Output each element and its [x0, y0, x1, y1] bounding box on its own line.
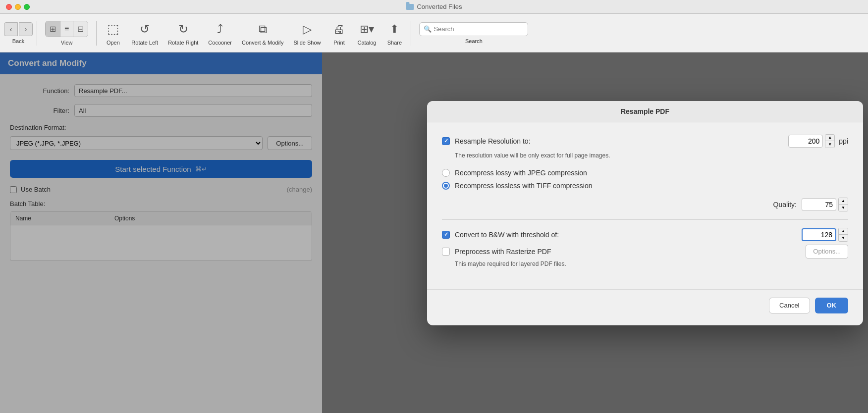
search-icon: 🔍 [424, 25, 432, 33]
lossy-radio[interactable] [442, 169, 450, 177]
title-bar: Converted Files [0, 0, 868, 14]
window-title: Converted Files [406, 3, 462, 10]
dialog-footer: Cancel OK [427, 289, 863, 325]
preprocess-info-text: This maybe required for layered PDF file… [455, 260, 848, 267]
resample-resolution-row: Resample Resolution to: ▲ ▼ ppi [442, 134, 848, 148]
filmstrip-view-icon: ⊟ [73, 21, 88, 37]
folder-icon [406, 4, 414, 10]
rotate-left-label: Rotate Left [131, 40, 158, 46]
cocooner-button[interactable]: ⤴ Cocooner [204, 19, 236, 48]
convert-modify-label: Convert & Modify [242, 40, 283, 46]
lossless-radio-row: Recompress lossless with TIFF compressio… [442, 182, 848, 190]
quality-input[interactable] [802, 198, 836, 211]
resample-resolution-input[interactable] [788, 135, 823, 148]
resample-pdf-dialog: Resample PDF Resample Resolution to: ▲ ▼… [427, 101, 863, 325]
resample-info-text: The resolution value will be only exact … [455, 152, 848, 159]
resample-resolution-arrows: ▲ ▼ [825, 134, 835, 148]
share-label: Share [387, 40, 402, 46]
print-label: Print [333, 40, 345, 46]
search-input[interactable] [434, 25, 524, 33]
resample-resolution-label: Resample Resolution to: [455, 137, 788, 145]
forward-button[interactable]: › [19, 22, 33, 36]
share-icon: ⬆ [390, 21, 399, 38]
separator-1 [37, 21, 37, 46]
bw-up-arrow[interactable]: ▲ [839, 228, 848, 235]
quality-down-arrow[interactable]: ▼ [839, 205, 848, 211]
lossless-radio[interactable] [442, 182, 450, 190]
view-icon: ⊞ ≡ ⊟ [45, 21, 88, 38]
divider [442, 219, 848, 220]
slide-show-button[interactable]: ▷ Slide Show [289, 19, 325, 48]
convert-bw-label: Convert to B&W with threshold of: [455, 231, 802, 239]
ok-button[interactable]: OK [815, 298, 849, 313]
cocooner-icon: ⤴ [217, 21, 223, 38]
back-button[interactable]: ‹ [4, 22, 18, 36]
lossy-radio-row: Recompress lossy with JPEG compression [442, 169, 848, 177]
rotate-right-button[interactable]: ↻ Rotate Right [164, 19, 202, 48]
catalog-label: Catalog [357, 40, 376, 46]
back-label: Back [12, 38, 24, 44]
open-button[interactable]: ⬚ Open [101, 19, 125, 48]
nav-buttons: ‹ › [4, 22, 33, 36]
preprocess-options-button[interactable]: Options... [806, 245, 848, 258]
catalog-icon: ⊞▾ [360, 21, 374, 38]
open-icon: ⬚ [107, 21, 119, 38]
share-button[interactable]: ⬆ Share [382, 19, 407, 48]
separator-2 [96, 21, 97, 46]
maximize-button[interactable] [24, 4, 30, 10]
print-button[interactable]: 🖨 Print [326, 19, 351, 48]
main-area: Convert and Modify Function: Filter: Des… [0, 52, 868, 413]
bw-down-arrow[interactable]: ▼ [839, 235, 848, 241]
print-icon: 🖨 [333, 21, 345, 38]
minimize-button[interactable] [15, 4, 21, 10]
cancel-button[interactable]: Cancel [769, 298, 810, 313]
quality-row: Quality: ▲ ▼ [442, 198, 848, 211]
bw-threshold-input[interactable] [802, 228, 836, 241]
convert-bw-checkbox[interactable] [442, 231, 450, 239]
resample-down-arrow[interactable]: ▼ [825, 141, 834, 148]
rotate-right-icon: ↻ [178, 21, 188, 38]
rotate-right-label: Rotate Right [168, 40, 198, 46]
open-label: Open [107, 40, 120, 46]
view-button[interactable]: ⊞ ≡ ⊟ View [41, 19, 92, 48]
resample-up-arrow[interactable]: ▲ [825, 135, 834, 141]
quality-up-arrow[interactable]: ▲ [839, 198, 848, 205]
convert-modify-button[interactable]: ⧉ Convert & Modify [238, 19, 287, 48]
quality-spinner: ▲ ▼ [802, 198, 848, 211]
catalog-button[interactable]: ⊞▾ Catalog [353, 19, 380, 48]
separator-3 [411, 21, 411, 46]
rotate-left-icon: ↺ [140, 21, 150, 38]
cocooner-label: Cocooner [208, 40, 232, 46]
grid-view-icon: ⊞ [46, 21, 60, 37]
resample-resolution-spinner: ▲ ▼ [788, 134, 835, 148]
view-label: View [61, 40, 73, 46]
dialog-overlay: Resample PDF Resample Resolution to: ▲ ▼… [0, 52, 868, 413]
slide-show-icon: ▷ [303, 21, 312, 38]
dialog-titlebar: Resample PDF [427, 101, 863, 122]
search-button-toolbar[interactable]: 🔍 Search [415, 20, 532, 46]
quality-label: Quality: [773, 201, 797, 208]
search-label: Search [465, 38, 483, 44]
rotate-left-button[interactable]: ↺ Rotate Left [127, 19, 162, 48]
quality-arrows: ▲ ▼ [838, 198, 848, 211]
bw-threshold-arrows: ▲ ▼ [838, 228, 848, 242]
traffic-lights [6, 4, 30, 10]
compression-radio-group: Recompress lossy with JPEG compression R… [442, 169, 848, 190]
preprocess-row: Preprocess with Rasterize PDF Options... [442, 245, 848, 258]
convert-bw-row: Convert to B&W with threshold of: ▲ ▼ [442, 228, 848, 242]
dialog-body: Resample Resolution to: ▲ ▼ ppi The reso… [427, 122, 863, 289]
slide-show-label: Slide Show [293, 40, 321, 46]
preprocess-label: Preprocess with Rasterize PDF [455, 248, 806, 256]
lossy-radio-label: Recompress lossy with JPEG compression [455, 169, 587, 177]
lossless-radio-label: Recompress lossless with TIFF compressio… [455, 182, 592, 190]
ppi-label: ppi [839, 137, 848, 145]
list-view-icon: ≡ [60, 21, 73, 37]
toolbar: ‹ › Back ⊞ ≡ ⊟ View ⬚ Open ↺ Rotate Left… [0, 14, 868, 52]
dialog-title: Resample PDF [621, 107, 669, 115]
resample-checkbox[interactable] [442, 137, 450, 145]
convert-modify-icon: ⧉ [259, 21, 267, 38]
bw-threshold-spinner: ▲ ▼ [802, 228, 848, 242]
preprocess-checkbox[interactable] [442, 248, 450, 256]
close-button[interactable] [6, 4, 12, 10]
search-bar[interactable]: 🔍 [419, 22, 528, 36]
